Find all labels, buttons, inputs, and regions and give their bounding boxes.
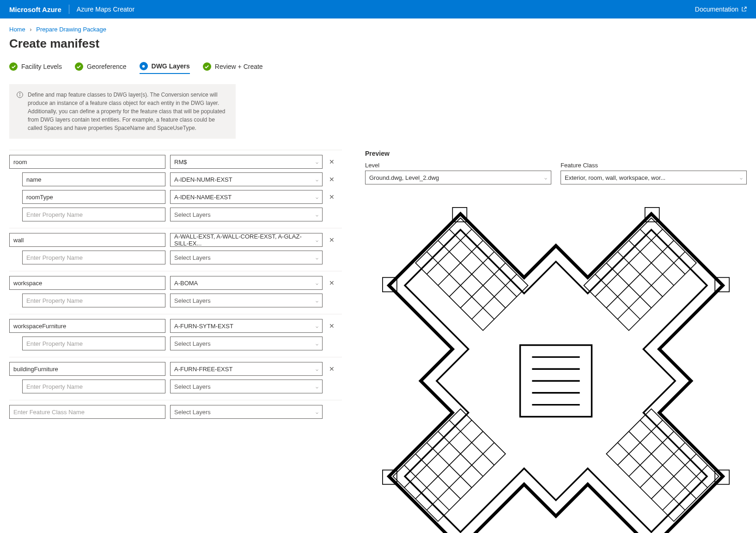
feature-class-group: A-FURN-SYTM-EXST⌵ ✕ Select Layers⌵ [9,314,342,357]
property-name-input[interactable] [22,294,165,307]
layer-select-value: A-IDEN-NUMR-EXST [174,176,232,183]
step-review-create[interactable]: Review + Create [203,62,263,74]
layer-select-placeholder: Select Layers [174,340,211,347]
chevron-down-icon: ⌵ [316,281,318,286]
chevron-down-icon: ⌵ [316,238,318,243]
chevron-down-icon: ⌵ [316,195,318,200]
level-label: Level [365,162,551,169]
feature-class-name-input[interactable] [9,233,165,247]
layer-select[interactable]: A-IDEN-NUMR-EXST⌵ [170,172,323,186]
layer-select[interactable]: Select Layers⌵ [170,405,323,419]
wizard-steps: Facility Levels Georeference DWG Layers … [9,62,747,74]
chevron-down-icon: ⌵ [544,175,547,180]
remove-button[interactable]: ✕ [327,321,336,331]
remove-button[interactable]: ✕ [327,364,336,374]
chevron-down-icon: ⌵ [316,341,318,346]
property-name-input[interactable] [22,172,165,186]
layer-select[interactable]: Select Layers⌵ [170,208,323,221]
step-label: Review + Create [215,63,263,70]
product-name: Azure Maps Creator [77,6,134,13]
documentation-link-label: Documentation [695,6,738,13]
layer-select[interactable]: A-WALL-EXST, A-WALL-CORE-EXST, A-GLAZ-SI… [170,233,323,247]
remove-button[interactable]: ✕ [327,192,336,202]
feature-class-select-value: Exterior, room, wall, workspace, wor... [565,174,665,181]
layer-select-placeholder: Select Layers [174,297,211,304]
step-label: Georeference [87,63,127,70]
chevron-down-icon: ⌵ [316,410,318,415]
layer-select-value: RM$ [174,159,187,165]
property-name-input[interactable] [22,337,165,350]
preview-title: Preview [365,150,747,157]
top-bar: Microsoft Azure Azure Maps Creator Docum… [0,0,756,18]
current-step-icon [140,62,148,70]
level-select[interactable]: Ground.dwg, Level_2.dwg⌵ [365,171,551,184]
step-dwg-layers[interactable]: DWG Layers [140,62,190,74]
checkmark-icon [9,62,18,71]
step-label: Facility Levels [21,63,62,70]
chevron-down-icon: ⌵ [316,255,318,260]
layer-select-value: A-WALL-EXST, A-WALL-CORE-EXST, A-GLAZ-SI… [174,233,316,247]
floor-plan-icon [365,190,747,533]
feature-class-name-input[interactable] [9,362,165,376]
page-title: Create manifest [9,37,747,51]
floor-plan-preview[interactable] [365,190,747,533]
header-divider [69,5,69,14]
feature-class-group: A-WALL-EXST, A-WALL-CORE-EXST, A-GLAZ-SI… [9,228,342,271]
layer-select-value: A-IDEN-NAME-EXST [174,194,232,201]
layer-select-placeholder: Select Layers [174,409,211,416]
feature-class-group: RM$⌵ ✕ A-IDEN-NUMR-EXST⌵ ✕ A-IDEN-NAME-E… [9,150,342,228]
step-facility-levels[interactable]: Facility Levels [9,62,62,74]
breadcrumb-separator: › [30,26,31,33]
remove-button[interactable]: ✕ [327,235,336,245]
step-georeference[interactable]: Georeference [75,62,127,74]
level-select-value: Ground.dwg, Level_2.dwg [369,174,439,181]
info-callout: Define and map feature classes to DWG la… [9,84,236,139]
breadcrumb-current[interactable]: Prepare Drawing Package [36,26,106,33]
layer-select[interactable]: A-FURN-FREE-EXST⌵ [170,362,323,376]
feature-class-select[interactable]: Exterior, room, wall, workspace, wor...⌵ [561,171,747,184]
remove-button[interactable]: ✕ [327,175,336,184]
step-label: DWG Layers [152,62,190,70]
layer-select[interactable]: Select Layers⌵ [170,337,323,350]
layer-select-placeholder: Select Layers [174,211,211,218]
info-icon [17,92,23,132]
documentation-link[interactable]: Documentation [695,6,747,13]
layer-select[interactable]: Select Layers⌵ [170,380,323,393]
feature-class-name-input[interactable] [9,319,165,333]
layer-select-placeholder: Select Layers [174,254,211,261]
layer-select[interactable]: A-FURN-SYTM-EXST⌵ [170,319,323,333]
layer-select[interactable]: Select Layers⌵ [170,294,323,307]
chevron-down-icon: ⌵ [316,367,318,372]
checkmark-icon [75,62,83,71]
layer-select[interactable]: RM$⌵ [170,155,323,169]
remove-button[interactable]: ✕ [327,278,336,288]
info-text: Define and map feature classes to DWG la… [28,91,228,132]
feature-class-name-input[interactable] [9,276,165,290]
feature-class-group: Select Layers⌵ [9,400,342,425]
layer-select-value: A-FURN-FREE-EXST [174,366,232,373]
property-name-input[interactable] [22,190,165,204]
remove-button[interactable]: ✕ [327,157,336,166]
preview-panel: Preview Level Ground.dwg, Level_2.dwg⌵ F… [365,150,747,533]
feature-class-group: A-FURN-FREE-EXST⌵ ✕ Select Layers⌵ [9,357,342,400]
svg-point-2 [19,93,20,93]
layer-select[interactable]: A-BOMA⌵ [170,276,323,290]
layer-select[interactable]: A-IDEN-NAME-EXST⌵ [170,190,323,204]
property-name-input[interactable] [22,251,165,264]
property-name-input[interactable] [22,208,165,221]
layer-select[interactable]: Select Layers⌵ [170,251,323,264]
feature-class-name-input[interactable] [9,155,165,169]
layer-select-value: A-BOMA [174,280,198,287]
chevron-down-icon: ⌵ [316,159,318,165]
feature-class-name-input[interactable] [9,405,165,419]
property-name-input[interactable] [22,380,165,393]
breadcrumb-home[interactable]: Home [9,26,25,33]
external-link-icon [741,6,747,12]
chevron-down-icon: ⌵ [740,175,743,180]
chevron-down-icon: ⌵ [316,324,318,329]
svg-point-0 [142,65,145,67]
layer-select-placeholder: Select Layers [174,383,211,390]
breadcrumb: Home › Prepare Drawing Package [9,26,747,33]
feature-class-form: RM$⌵ ✕ A-IDEN-NUMR-EXST⌵ ✕ A-IDEN-NAME-E… [9,150,342,533]
chevron-down-icon: ⌵ [316,384,318,389]
